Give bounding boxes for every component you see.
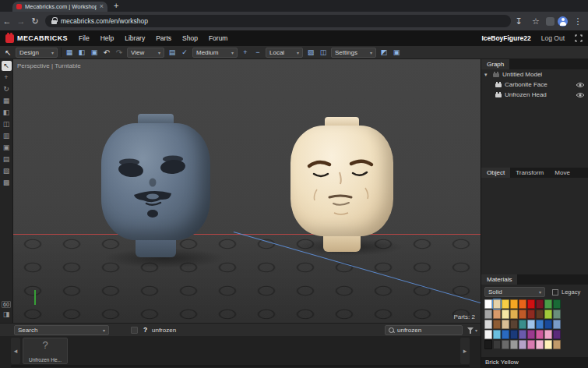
hide-tool-icon[interactable]: ▥ (2, 131, 12, 141)
color-swatch[interactable] (493, 320, 501, 329)
search-value[interactable]: unfrozen (397, 327, 421, 334)
color-swatch[interactable] (553, 310, 561, 319)
color-swatch[interactable] (502, 340, 509, 349)
filter-icon[interactable] (467, 327, 474, 334)
clipboard-icon[interactable]: ◫ (319, 48, 328, 58)
color-swatch[interactable] (493, 340, 501, 349)
color-swatch[interactable] (544, 330, 552, 339)
grid-size-indicator[interactable]: 60 (2, 301, 11, 308)
view-select[interactable]: View ▾ (127, 48, 164, 58)
color-swatch[interactable] (502, 299, 509, 309)
color-swatch[interactable] (527, 310, 535, 319)
color-swatch[interactable] (527, 330, 535, 339)
pin-icon[interactable]: ▨ (306, 48, 315, 58)
forward-button[interactable]: → (14, 16, 28, 26)
color-swatch[interactable] (493, 310, 501, 319)
visibility-eye-icon[interactable] (576, 92, 585, 98)
menu-item-forum[interactable]: Forum (209, 34, 228, 42)
color-swatch[interactable] (519, 340, 526, 349)
color-swatch[interactable] (484, 299, 492, 309)
color-swatch[interactable] (527, 299, 535, 309)
color-swatch[interactable] (519, 310, 526, 319)
viewport-3d[interactable]: Perspective | Turntable (13, 59, 481, 323)
tab-object[interactable]: Object (481, 168, 510, 178)
color-swatch[interactable] (502, 310, 509, 319)
color-swatch[interactable] (536, 299, 544, 309)
paint-mode-icon[interactable]: ◧ (77, 48, 86, 58)
tab-transform[interactable]: Transform (510, 168, 549, 178)
color-swatch[interactable] (502, 330, 509, 339)
color-swatch[interactable] (519, 330, 526, 339)
undo-icon[interactable]: ↶ (102, 48, 111, 58)
tree-item-carbonite-face[interactable]: Carbonite Face (481, 80, 588, 90)
menu-item-shop[interactable]: Shop (182, 34, 198, 42)
color-swatch[interactable] (510, 330, 518, 339)
zoom-out-icon[interactable]: − (253, 48, 262, 58)
menu-item-parts[interactable]: Parts (156, 34, 171, 42)
color-swatch[interactable] (484, 340, 492, 349)
color-swatch[interactable] (519, 299, 526, 309)
brick-tool-icon[interactable]: ▦ (2, 96, 12, 106)
color-swatch[interactable] (510, 299, 518, 309)
settings-select[interactable]: Settings ▾ (331, 48, 376, 58)
color-swatch[interactable] (553, 330, 561, 339)
caret-down-icon[interactable]: ▾ (484, 72, 490, 78)
quality-select[interactable]: Medium ▾ (192, 48, 238, 58)
visibility-eye-icon[interactable] (576, 82, 585, 88)
wrench-icon[interactable]: ◩ (379, 48, 389, 58)
color-swatch[interactable] (484, 320, 492, 329)
close-tab-icon[interactable]: × (100, 3, 104, 10)
color-swatch[interactable] (493, 330, 501, 339)
browser-tab[interactable]: Mecabricks.com | Workshop × (12, 2, 107, 12)
move-tool-icon[interactable]: + (2, 73, 12, 83)
extension-icon[interactable] (546, 17, 555, 26)
color-swatch[interactable] (553, 320, 561, 329)
color-swatch[interactable] (502, 320, 509, 329)
group-tool-icon[interactable]: ▣ (2, 143, 12, 153)
color-swatch[interactable] (544, 320, 552, 329)
tab-move[interactable]: Move (549, 168, 576, 178)
color-swatch[interactable] (536, 320, 544, 329)
grid-toggle-icon[interactable]: ▤ (167, 48, 177, 58)
logout-link[interactable]: Log Out (541, 34, 565, 42)
select-tool-icon[interactable]: ↖ (2, 61, 12, 71)
color-swatch[interactable] (553, 299, 561, 309)
caret-down-icon[interactable]: ▾ (475, 327, 477, 333)
tab-materials[interactable]: Materials (481, 274, 517, 285)
color-swatch[interactable] (536, 310, 544, 319)
color-swatch[interactable] (484, 330, 492, 339)
new-tab-button[interactable]: + (114, 1, 118, 10)
unfrozen-head-model[interactable] (290, 117, 393, 254)
part-category-select[interactable]: Search ▾ (14, 325, 109, 335)
tab-graph[interactable]: Graph (481, 59, 509, 69)
color-swatch[interactable] (484, 310, 492, 319)
template-mode-icon[interactable]: ▣ (90, 48, 99, 58)
color-swatch[interactable] (493, 299, 501, 309)
color-swatch[interactable] (536, 330, 544, 339)
tree-item-root[interactable]: ▾ Untitled Model (481, 69, 588, 80)
quality-check-icon[interactable]: ✓ (180, 48, 189, 58)
color-swatch[interactable] (544, 310, 552, 319)
menu-item-help[interactable]: Help (100, 34, 114, 42)
color-swatch[interactable] (519, 320, 526, 329)
paint-tool-icon[interactable]: ◧ (2, 108, 12, 118)
add-part-icon[interactable]: ▦ (65, 48, 74, 58)
menu-item-library[interactable]: Library (125, 34, 145, 42)
color-swatch[interactable] (510, 320, 518, 329)
color-swatch[interactable] (527, 340, 535, 349)
menu-item-file[interactable]: File (79, 34, 90, 42)
color-swatch[interactable] (553, 340, 561, 349)
download-icon[interactable]: ↧ (512, 16, 526, 27)
clone-tool-icon[interactable]: ◫ (2, 119, 12, 129)
flex-tool-icon[interactable]: ▧ (2, 166, 12, 176)
url-text[interactable]: mecabricks.com/en/workshop (61, 17, 148, 25)
legacy-checkbox[interactable] (552, 289, 558, 295)
rotate-tool-icon[interactable]: ↻ (2, 84, 12, 94)
render-tool-icon[interactable]: ◨ (2, 310, 12, 320)
snap-tool-icon[interactable]: ▩ (2, 178, 12, 188)
profile-avatar[interactable] (558, 16, 568, 27)
reload-button[interactable]: ↻ (28, 16, 42, 27)
brand[interactable]: MECABRICKS (5, 34, 68, 43)
tray-scroll-right-button[interactable]: ▸ (460, 338, 470, 364)
color-swatch[interactable] (544, 340, 552, 349)
